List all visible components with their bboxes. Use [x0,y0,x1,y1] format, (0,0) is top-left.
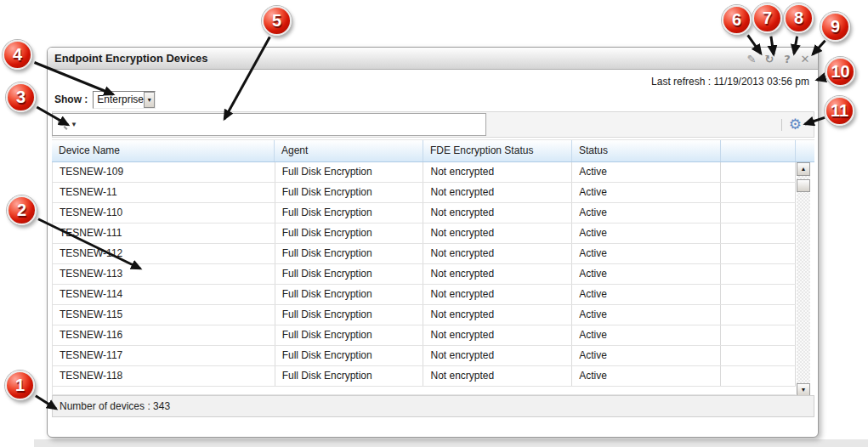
table-row[interactable]: TESNEW-118Full Disk EncryptionNot encryp… [53,366,796,387]
table-header-row: Device NameAgentFDE Encryption StatusSta… [52,139,814,162]
edit-icon[interactable]: ✎ [746,53,757,65]
callout-balloon-4: 4 [3,40,32,70]
cell: Active [572,346,721,365]
callout-balloon-7: 7 [752,3,782,33]
cell: Full Disk Encryption [275,183,424,202]
scroll-up-button[interactable]: ▲ [797,162,810,176]
cell: Not encrypted [423,162,572,182]
cell: Active [572,183,721,202]
cell [721,203,796,223]
show-dropdown-value: Enterprise [94,92,144,108]
cell: Full Disk Encryption [275,305,424,325]
widget-titlebar: Endpoint Encryption Devices ✎↻?✕ [48,48,818,70]
search-options-caret-icon[interactable]: ▼ [71,121,77,128]
column-header[interactable]: FDE Encryption Status [423,140,572,161]
cell: Full Disk Encryption [275,366,424,386]
cell: TESNEW-115 [53,305,275,325]
cell: Active [572,203,721,223]
cell: Not encrypted [423,244,572,263]
cell: TESNEW-113 [53,264,275,284]
cell [721,305,796,325]
cell [721,244,796,263]
cell [721,346,796,365]
callout-balloon-6: 6 [722,5,752,35]
column-header[interactable]: Agent [275,140,423,161]
cell: Full Disk Encryption [275,203,424,223]
callout-balloon-10: 10 [825,57,855,87]
cell: TESNEW-116 [53,325,275,345]
callout-balloon-5: 5 [262,6,292,36]
cell: TESNEW-118 [53,366,275,386]
close-icon[interactable]: ✕ [799,53,811,65]
cell: Not encrypted [423,285,572,304]
cell: Active [572,325,721,345]
cell: TESNEW-114 [53,285,275,304]
cell: Full Disk Encryption [275,285,424,304]
table-partial-row [52,387,796,395]
last-refresh-text: Last refresh : 11/19/2013 03:56 pm [651,76,809,88]
screenshot-stage: Endpoint Encryption Devices ✎↻?✕ Last re… [0,0,868,447]
callout-balloon-1: 1 [5,371,35,400]
table-row[interactable]: TESNEW-111Full Disk EncryptionNot encryp… [53,224,796,244]
show-dropdown[interactable]: Enterprise ▼ [93,91,156,109]
toolbar-right: ⚙ [781,112,802,137]
table-row[interactable]: TESNEW-11Full Disk EncryptionNot encrypt… [53,183,796,203]
table-row[interactable]: TESNEW-109Full Disk EncryptionNot encryp… [53,162,796,183]
table-row[interactable]: TESNEW-115Full Disk EncryptionNot encryp… [53,305,796,325]
show-label: Show : [54,93,88,105]
cell: TESNEW-111 [53,224,275,243]
cell: Full Disk Encryption [275,224,424,243]
widget-title: Endpoint Encryption Devices [54,48,208,70]
scroll-thumb[interactable] [797,179,810,192]
cell: Not encrypted [423,305,572,325]
cell: TESNEW-117 [53,346,275,365]
cell: Not encrypted [423,346,572,365]
cell: Full Disk Encryption [275,346,424,365]
cell: Not encrypted [423,183,572,202]
search-box[interactable]: ▼ [52,113,486,136]
cell: Active [572,305,721,325]
callout-balloon-3: 3 [6,82,36,112]
endpoint-encryption-devices-widget: Endpoint Encryption Devices ✎↻?✕ Last re… [47,47,819,438]
cell: Active [572,264,721,284]
search-icon[interactable] [58,119,69,130]
show-row: Show : Enterprise ▼ [54,90,156,109]
cell: Full Disk Encryption [275,264,424,284]
cell [721,162,796,182]
vertical-scrollbar[interactable]: ▲ ▼ [797,162,810,397]
cell: Full Disk Encryption [275,162,424,182]
column-header[interactable]: Status [572,140,721,161]
toolbar-divider [781,119,782,131]
cell [721,224,796,243]
cell: TESNEW-112 [53,244,275,263]
callout-balloon-9: 9 [820,12,850,42]
callout-balloon-11: 11 [825,96,854,126]
column-header[interactable]: Device Name [52,140,275,161]
search-toolbar: ▼ ⚙ [52,111,814,138]
search-input[interactable] [82,116,485,133]
cell: Not encrypted [423,325,572,345]
cell: Not encrypted [423,366,572,386]
table-row[interactable]: TESNEW-117Full Disk EncryptionNot encryp… [53,346,796,366]
cell [721,366,796,386]
table-row[interactable]: TESNEW-112Full Disk EncryptionNot encryp… [53,244,796,264]
titlebar-icon-group: ✎↻?✕ [746,48,811,70]
table-row[interactable]: TESNEW-116Full Disk EncryptionNot encryp… [53,325,796,346]
cell: TESNEW-110 [53,203,275,223]
cell: Active [572,285,721,304]
help-icon[interactable]: ? [781,53,793,65]
settings-gear-icon[interactable]: ⚙ [789,117,802,132]
page-bottom-strip [34,439,868,447]
cell: Not encrypted [423,203,572,223]
table-row[interactable]: TESNEW-110Full Disk EncryptionNot encryp… [53,203,796,224]
cell: TESNEW-11 [53,183,275,202]
cell [721,264,796,284]
cell: TESNEW-109 [53,162,275,182]
table-row[interactable]: TESNEW-113Full Disk EncryptionNot encryp… [53,264,796,285]
table-row[interactable]: TESNEW-114Full Disk EncryptionNot encryp… [53,285,796,305]
chevron-down-icon[interactable]: ▼ [144,92,155,108]
cell [721,285,796,304]
refresh-icon[interactable]: ↻ [763,53,775,65]
cell: Active [572,366,721,386]
column-header[interactable] [721,140,796,161]
